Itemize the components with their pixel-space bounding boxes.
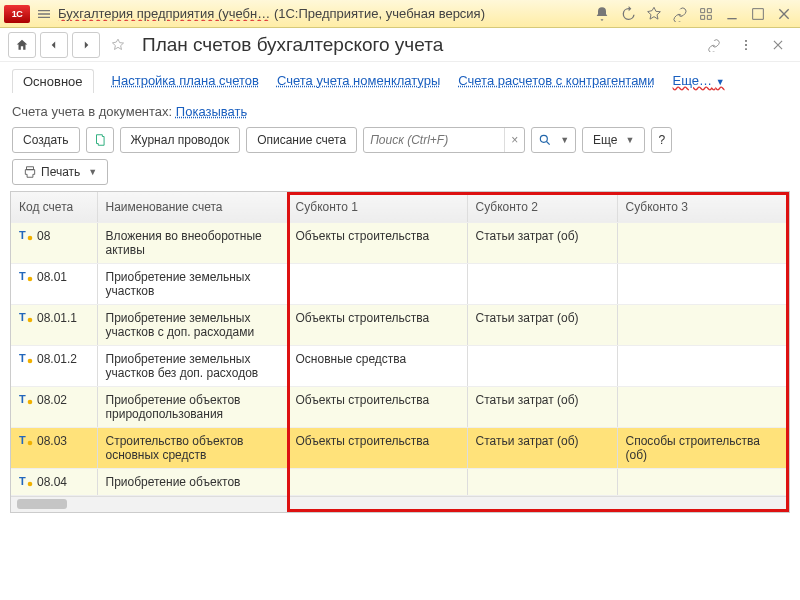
filter-show-link[interactable]: Показывать — [176, 104, 247, 119]
minimize-icon[interactable] — [724, 6, 740, 22]
cell-code: 08 — [37, 229, 50, 243]
cell-sub3 — [617, 222, 789, 263]
tab-main[interactable]: Основное — [12, 69, 94, 93]
menu-icon[interactable] — [36, 6, 52, 22]
star-icon[interactable] — [646, 6, 662, 22]
svg-point-7 — [28, 276, 33, 281]
account-type-icon: T — [19, 229, 33, 241]
cell-sub2 — [467, 263, 617, 304]
cell-sub1: Объекты строительства — [287, 304, 467, 345]
svg-text:T: T — [19, 393, 26, 405]
table-row[interactable]: T08.01.2Приобретение земельных участков … — [11, 345, 789, 386]
cell-name: Приобретение земельных участков без доп.… — [97, 345, 287, 386]
app-logo: 1C — [4, 5, 30, 23]
print-row: Печать▼ — [0, 157, 800, 191]
find-button[interactable]: ▼ — [531, 127, 576, 153]
table-row[interactable]: T08.02Приобретение объектов природопольз… — [11, 386, 789, 427]
page-title: План счетов бухгалтерского учета — [142, 34, 443, 56]
toolbar: Создать Журнал проводок Описание счета ×… — [0, 123, 800, 157]
kebab-button[interactable] — [732, 32, 760, 58]
table-row[interactable]: T08.03Строительство объектов основных ср… — [11, 427, 789, 468]
back-button[interactable] — [40, 32, 68, 58]
cell-sub2: Статьи затрат (об) — [467, 427, 617, 468]
cell-code: 08.04 — [37, 475, 67, 489]
bell-icon[interactable] — [594, 6, 610, 22]
journal-button[interactable]: Журнал проводок — [120, 127, 241, 153]
svg-text:T: T — [19, 434, 26, 446]
search-box[interactable]: × — [363, 127, 525, 153]
cell-sub2 — [467, 468, 617, 495]
search-input[interactable] — [364, 133, 504, 147]
help-button[interactable]: ? — [651, 127, 672, 153]
svg-text:T: T — [19, 311, 26, 323]
favorite-button[interactable] — [104, 32, 132, 58]
col-code[interactable]: Код счета — [11, 192, 97, 222]
cell-sub3 — [617, 468, 789, 495]
close-tab-button[interactable] — [764, 32, 792, 58]
forward-button[interactable] — [72, 32, 100, 58]
table-header-row: Код счета Наименование счета Субконто 1 … — [11, 192, 789, 222]
cell-sub1: Объекты строительства — [287, 427, 467, 468]
table-row[interactable]: T08.04Приобретение объектов — [11, 468, 789, 495]
account-type-icon: T — [19, 475, 33, 487]
tab-nomenclature[interactable]: Счета учета номенклатуры — [277, 73, 440, 88]
filter-label: Счета учета в документах: — [12, 104, 172, 119]
tab-row: Основное Настройка плана счетов Счета уч… — [0, 62, 800, 96]
table-row[interactable]: T08.01Приобретение земельных участков — [11, 263, 789, 304]
svg-point-2 — [745, 48, 747, 50]
copy-button[interactable] — [86, 127, 114, 153]
svg-text:T: T — [19, 229, 26, 241]
cell-name: Приобретение объектов — [97, 468, 287, 495]
cell-name: Приобретение земельных участков — [97, 263, 287, 304]
svg-text:T: T — [19, 475, 26, 487]
cell-name: Приобретение объектов природопользования — [97, 386, 287, 427]
cell-sub1 — [287, 468, 467, 495]
cell-sub1: Объекты строительства — [287, 386, 467, 427]
link-icon[interactable] — [672, 6, 688, 22]
svg-point-5 — [28, 235, 33, 240]
close-icon[interactable] — [776, 6, 792, 22]
cell-sub3 — [617, 345, 789, 386]
tab-counterparties[interactable]: Счета расчетов с контрагентами — [458, 73, 654, 88]
cell-name: Строительство объектов основных средств — [97, 427, 287, 468]
table-row[interactable]: T08Вложения во внеоборотные активыОбъект… — [11, 222, 789, 263]
attach-button[interactable] — [700, 32, 728, 58]
print-button[interactable]: Печать▼ — [12, 159, 108, 185]
tab-plan-settings[interactable]: Настройка плана счетов — [112, 73, 259, 88]
svg-point-17 — [28, 481, 33, 486]
col-name[interactable]: Наименование счета — [97, 192, 287, 222]
col-sub3[interactable]: Субконто 3 — [617, 192, 789, 222]
create-button[interactable]: Создать — [12, 127, 80, 153]
svg-point-13 — [28, 399, 33, 404]
more-button[interactable]: Еще▼ — [582, 127, 645, 153]
svg-point-3 — [540, 135, 547, 142]
cell-sub1 — [287, 263, 467, 304]
account-type-icon: T — [19, 434, 33, 446]
cell-name: Вложения во внеоборотные активы — [97, 222, 287, 263]
accounts-table: Код счета Наименование счета Субконто 1 … — [10, 191, 790, 513]
cell-sub1: Объекты строительства — [287, 222, 467, 263]
table-row[interactable]: T08.01.1Приобретение земельных участков … — [11, 304, 789, 345]
grid-icon[interactable] — [698, 6, 714, 22]
history-icon[interactable] — [620, 6, 636, 22]
description-button[interactable]: Описание счета — [246, 127, 357, 153]
cell-sub3 — [617, 386, 789, 427]
svg-point-9 — [28, 317, 33, 322]
col-sub1[interactable]: Субконто 1 — [287, 192, 467, 222]
svg-point-15 — [28, 440, 33, 445]
col-sub2[interactable]: Субконто 2 — [467, 192, 617, 222]
maximize-icon[interactable] — [750, 6, 766, 22]
search-clear-icon[interactable]: × — [504, 128, 524, 152]
svg-text:T: T — [19, 270, 26, 282]
svg-point-11 — [28, 358, 33, 363]
account-type-icon: T — [19, 393, 33, 405]
cell-code: 08.02 — [37, 393, 67, 407]
nav-bar: План счетов бухгалтерского учета — [0, 28, 800, 62]
tab-more[interactable]: Еще… ▼ — [673, 73, 725, 88]
cell-sub2: Статьи затрат (об) — [467, 304, 617, 345]
cell-sub3 — [617, 304, 789, 345]
titlebar: 1C Бухгалтерия предприятия (учебн… (1С:П… — [0, 0, 800, 28]
home-button[interactable] — [8, 32, 36, 58]
cell-name: Приобретение земельных участков с доп. р… — [97, 304, 287, 345]
horizontal-scrollbar[interactable] — [11, 496, 789, 512]
